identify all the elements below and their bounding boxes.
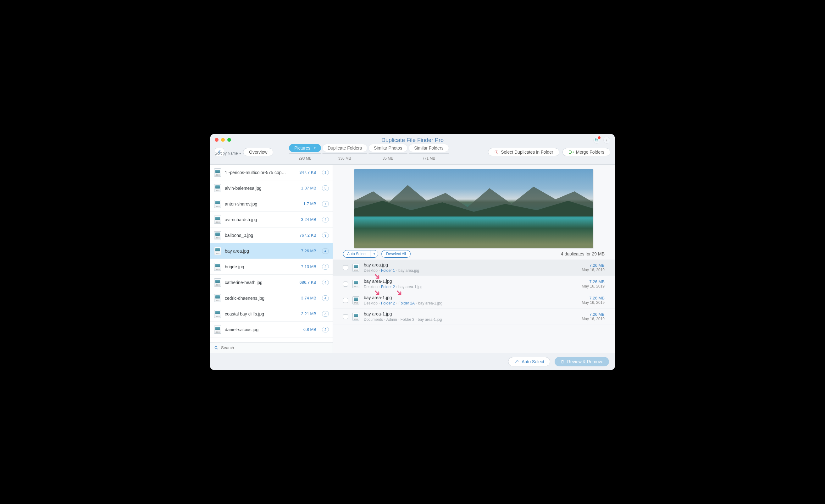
jpeg-file-icon: JPEG bbox=[214, 278, 221, 286]
toolbar: Overview Pictures▾293 MBDuplicate Folder… bbox=[210, 146, 615, 158]
bottom-auto-select-button[interactable]: Auto Select bbox=[508, 357, 550, 366]
detail-panel: Auto Select ▼ Deselect All 4 duplicates … bbox=[333, 165, 615, 353]
sort-by-dropdown[interactable]: Sort by Name ▼ bbox=[215, 151, 241, 156]
overview-button[interactable]: Overview bbox=[243, 148, 273, 156]
jpeg-file-icon: JPEG bbox=[353, 313, 359, 321]
jpeg-file-icon: JPEG bbox=[353, 264, 359, 272]
duplicate-count-badge: 5 bbox=[322, 185, 329, 191]
jpeg-file-icon: JPEG bbox=[214, 231, 221, 239]
file-item[interactable]: JPEG balloons_0.jpg 767.2 KB 9 bbox=[210, 228, 332, 243]
file-name: brigde.jpg bbox=[225, 264, 297, 269]
file-size: 1.7 MB bbox=[303, 201, 316, 206]
file-size: 7.26 MB bbox=[301, 249, 316, 253]
auto-select-split-button[interactable]: Auto Select ▼ bbox=[343, 250, 378, 258]
jpeg-file-icon: JPEG bbox=[353, 296, 359, 305]
svg-point-3 bbox=[496, 152, 497, 153]
duplicate-size: 7.26 MB bbox=[582, 263, 605, 268]
main-area: JPEG 1 -pericos-multicolor-575 cop… 347.… bbox=[210, 164, 615, 353]
file-list-sidebar: JPEG 1 -pericos-multicolor-575 cop… 347.… bbox=[210, 165, 333, 353]
file-item[interactable]: JPEG brigde.jpg 7.13 MB 2 bbox=[210, 259, 332, 275]
review-remove-label: Review & Remove bbox=[567, 359, 603, 364]
minimize-window-icon[interactable] bbox=[221, 138, 225, 142]
duplicate-size: 7.26 MB bbox=[582, 296, 605, 301]
file-size: 767.2 KB bbox=[300, 233, 317, 238]
duplicate-checkbox[interactable] bbox=[343, 281, 348, 286]
duplicate-count-badge: 4 bbox=[322, 280, 329, 285]
duplicate-count-badge: 2 bbox=[322, 264, 329, 270]
file-item[interactable]: JPEG bay area.jpg 7.26 MB 4 bbox=[210, 243, 332, 259]
file-size: 2.21 MB bbox=[301, 311, 316, 316]
app-title: Duplicate File Finder Pro bbox=[381, 137, 444, 144]
jpeg-file-icon: JPEG bbox=[214, 294, 221, 302]
file-size: 686.7 KB bbox=[300, 280, 317, 285]
duplicate-path: Documents›Admin›Folder 3›bay area-1.jpg bbox=[364, 317, 577, 322]
duplicate-count-badge: 3 bbox=[322, 170, 329, 175]
duplicate-name: bay area-1.jpg bbox=[364, 295, 577, 300]
file-item[interactable]: JPEG 1 -pericos-multicolor-575 cop… 347.… bbox=[210, 165, 332, 180]
duplicate-item[interactable]: JPEG bay area-1.jpg Documents›Admin›Fold… bbox=[333, 309, 615, 325]
duplicate-item[interactable]: JPEG bay area-1.jpg Desktop›Folder 2›Fol… bbox=[333, 292, 615, 309]
search-input[interactable] bbox=[221, 345, 329, 350]
duplicate-name: bay area-1.jpg bbox=[364, 279, 577, 284]
file-name: avi-richardsh.jpg bbox=[225, 217, 297, 222]
file-size: 6.8 MB bbox=[303, 327, 316, 332]
sync-status-icon[interactable] bbox=[593, 137, 600, 144]
file-name: coastal bay cliffs.jpg bbox=[225, 311, 297, 316]
file-name: balloons_0.jpg bbox=[225, 233, 296, 238]
duplicate-path: Desktop›Folder 2›bay area-1.jpg bbox=[364, 285, 577, 289]
jpeg-file-icon: JPEG bbox=[214, 184, 221, 192]
review-remove-button[interactable]: Review & Remove bbox=[554, 357, 609, 366]
duplicate-count-badge: 9 bbox=[322, 233, 329, 238]
file-list[interactable]: JPEG 1 -pericos-multicolor-575 cop… 347.… bbox=[210, 165, 332, 342]
jpeg-file-icon: JPEG bbox=[353, 280, 359, 288]
target-icon bbox=[494, 150, 499, 155]
duplicate-checkbox[interactable] bbox=[343, 265, 348, 270]
maximize-window-icon[interactable] bbox=[227, 138, 231, 142]
duplicate-count-badge: 4 bbox=[322, 217, 329, 223]
duplicate-path: Desktop›Folder 1›bay area.jpg bbox=[364, 268, 577, 273]
duplicate-size: 7.26 MB bbox=[582, 312, 605, 317]
svg-point-0 bbox=[606, 139, 607, 140]
file-item[interactable]: JPEG avi-richardsh.jpg 3.24 MB 4 bbox=[210, 212, 332, 228]
duplicate-path: Desktop›Folder 2›Folder 2A›bay area-1.jp… bbox=[364, 301, 577, 306]
preview-area bbox=[333, 165, 615, 248]
file-name: catherine-heath.jpg bbox=[225, 280, 296, 285]
trash-icon bbox=[560, 359, 565, 364]
duplicate-count-badge: 4 bbox=[322, 296, 329, 301]
duplicate-item[interactable]: JPEG bay area.jpg Desktop›Folder 1›bay a… bbox=[333, 260, 615, 276]
titlebar: Duplicate File Finder Pro bbox=[210, 134, 615, 146]
info-icon[interactable] bbox=[603, 137, 610, 144]
jpeg-file-icon: JPEG bbox=[214, 310, 221, 318]
duplicate-list: JPEG bay area.jpg Desktop›Folder 1›bay a… bbox=[333, 260, 615, 353]
auto-select-dropdown[interactable]: ▼ bbox=[370, 250, 378, 258]
file-size: 347.7 KB bbox=[300, 170, 317, 175]
file-item[interactable]: JPEG cedric-dhaenens.jpg 3.74 MB 4 bbox=[210, 290, 332, 306]
file-item[interactable]: JPEG alvin-balemesa.jpg 1.37 MB 5 bbox=[210, 180, 332, 196]
merge-folders-button[interactable]: Merge Folders bbox=[562, 148, 610, 156]
duplicate-item[interactable]: JPEG bay area-1.jpg Desktop›Folder 2›bay… bbox=[333, 276, 615, 292]
jpeg-file-icon: JPEG bbox=[214, 168, 221, 177]
duplicate-name: bay area.jpg bbox=[364, 262, 577, 267]
file-name: daniel-salcius.jpg bbox=[225, 327, 300, 332]
duplicate-date: May 16, 2019 bbox=[582, 284, 605, 288]
file-item[interactable]: JPEG catherine-heath.jpg 686.7 KB 4 bbox=[210, 275, 332, 290]
file-size: 7.13 MB bbox=[301, 264, 316, 269]
merge-icon bbox=[569, 150, 574, 154]
close-window-icon[interactable] bbox=[215, 138, 219, 142]
duplicate-count-badge: 3 bbox=[322, 311, 329, 317]
duplicate-count-badge: 2 bbox=[322, 327, 329, 332]
auto-select-button[interactable]: Auto Select bbox=[343, 250, 370, 258]
file-item[interactable]: JPEG coastal bay cliffs.jpg 2.21 MB 3 bbox=[210, 306, 332, 322]
duplicate-checkbox[interactable] bbox=[343, 314, 348, 319]
app-window: Duplicate File Finder Pro Overview Pictu… bbox=[210, 134, 615, 370]
detail-controls: Auto Select ▼ Deselect All 4 duplicates … bbox=[333, 248, 615, 260]
bottom-auto-select-label: Auto Select bbox=[522, 359, 544, 364]
duplicate-count-badge: 7 bbox=[322, 201, 329, 207]
deselect-all-button[interactable]: Deselect All bbox=[381, 250, 410, 258]
file-name: 1 -pericos-multicolor-575 cop… bbox=[225, 170, 296, 175]
file-item[interactable]: JPEG daniel-salcius.jpg 6.8 MB 2 bbox=[210, 322, 332, 337]
file-item[interactable]: JPEG anton-sharov.jpg 1.7 MB 7 bbox=[210, 196, 332, 212]
file-size: 3.24 MB bbox=[301, 217, 316, 222]
select-duplicates-button[interactable]: Select Duplicates in Folder bbox=[488, 148, 559, 156]
duplicate-checkbox[interactable] bbox=[343, 298, 348, 303]
